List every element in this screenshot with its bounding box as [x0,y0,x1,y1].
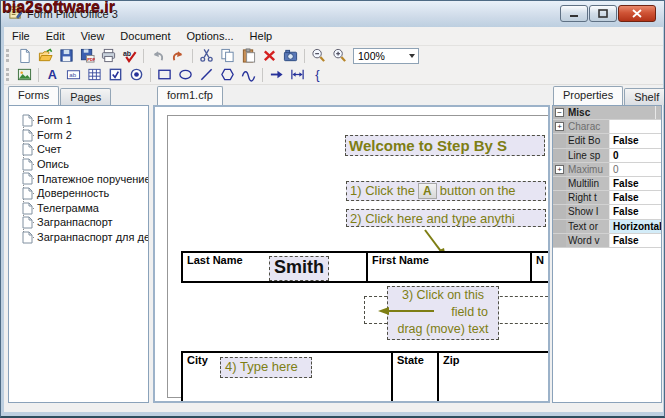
property-value[interactable]: 0 [610,163,661,176]
expand-icon[interactable]: + [555,165,564,174]
menu-file[interactable]: File [4,28,38,44]
insert-checkbox-icon[interactable] [105,66,126,84]
collapse-icon[interactable]: − [555,108,564,117]
instruction-step2[interactable]: 2) Click here and type anythi [346,209,546,227]
open-icon[interactable] [35,47,56,65]
property-value[interactable]: 0 [610,149,661,162]
instruction-step4[interactable]: 4) Type here [220,357,312,378]
toolbar-grip[interactable] [6,68,11,81]
property-row-characters[interactable]: + Charac [553,120,661,134]
city-cell[interactable]: City 4) Type here [183,353,393,401]
spell-check-icon[interactable]: ab [119,47,140,65]
redo-icon[interactable] [168,47,189,65]
step3-line1: 3) Click on this [388,287,498,304]
zip-cell[interactable]: Zip [439,353,550,401]
tree-item-platezhnoe[interactable]: Платежное поручение [13,171,148,186]
insert-table-icon[interactable] [84,66,105,84]
zoom-in-icon[interactable] [329,47,350,65]
middle-name-cell[interactable]: N [532,253,550,281]
draw-line-icon[interactable] [196,66,217,84]
menu-view[interactable]: View [73,28,113,44]
tree-item-zagranpasport-deti[interactable]: Загранпаспорт для де [13,230,148,245]
draw-curve-icon[interactable] [238,66,259,84]
new-document-icon[interactable] [14,47,35,65]
forms-tree: Form 1 Form 2 Счет Опись Платежное поруч… [9,106,148,244]
tab-forms[interactable]: Forms [8,86,59,105]
menu-help[interactable]: Help [242,28,281,44]
property-value[interactable]: False [610,191,661,204]
svg-text:A: A [48,68,57,82]
property-row-show[interactable]: Show I False [553,205,661,219]
cut-icon[interactable] [196,47,217,65]
toolbar-separator [192,49,193,63]
draw-brace-icon[interactable]: { [308,66,329,84]
zoom-level-value: 100% [358,50,385,62]
property-row-multiline[interactable]: Multilin False [553,177,661,191]
property-row-wordwrap[interactable]: Word v False [553,234,661,248]
property-row-linespacing[interactable]: Line sp 0 [553,149,661,163]
undo-icon[interactable] [147,47,168,65]
instruction-step1[interactable]: 1) Click theAbutton on the [346,181,546,201]
property-value[interactable] [610,120,661,133]
draw-polygon-icon[interactable] [217,66,238,84]
save-icon[interactable] [56,47,77,65]
zip-label: Zip [443,354,460,366]
property-row-textorientation[interactable]: Text or Horizontal [553,220,661,234]
menu-options[interactable]: Options... [179,28,242,44]
property-group-misc[interactable]: − Misc [553,106,661,120]
property-value[interactable]: False [610,134,661,147]
tree-item-telegramma[interactable]: Телеграмма [13,201,148,216]
property-value[interactable]: False [610,177,661,190]
state-cell[interactable]: State [393,353,439,401]
tab-form1-cfp[interactable]: form1.cfp [157,86,223,105]
tree-item-schet[interactable]: Счет [13,142,148,157]
tree-item-zagranpasport[interactable]: Загранпаспорт [13,215,148,230]
zoom-level-dropdown[interactable]: 100% [353,48,419,64]
last-name-cell[interactable]: Last Name Smith [183,253,368,281]
tree-item-opis[interactable]: Опись [13,157,148,172]
property-row-editbox[interactable]: Edit Bo False [553,134,661,148]
snapshot-icon[interactable] [280,47,301,65]
tab-properties[interactable]: Properties [553,86,623,105]
save-as-pdf-icon[interactable]: PDF [77,47,98,65]
copy-icon[interactable] [217,47,238,65]
app-window: Form Pilot Office 3 bia2software.ir File… [0,0,665,418]
delete-icon[interactable] [259,47,280,65]
last-name-value-field[interactable]: Smith [269,256,329,281]
draw-arrow-icon[interactable] [266,66,287,84]
tab-pages[interactable]: Pages [60,88,111,105]
draw-ellipse-icon[interactable] [175,66,196,84]
paste-icon[interactable] [238,47,259,65]
zoom-out-icon[interactable] [308,47,329,65]
insert-radio-button-icon[interactable] [126,66,147,84]
toolbar-grip[interactable] [6,49,11,62]
draw-dimension-icon[interactable] [287,66,308,84]
tree-item-form1[interactable]: Form 1 [13,113,148,128]
document-canvas[interactable]: Welcome to Step By S 1) Click theAbutton… [153,105,550,403]
insert-text-field-icon[interactable]: ab [63,66,84,84]
maximize-button[interactable] [589,5,617,22]
property-value[interactable]: False [610,234,661,247]
print-icon[interactable] [98,47,119,65]
form-page[interactable]: Welcome to Step By S 1) Click theAbutton… [167,115,550,398]
expand-icon[interactable]: + [555,122,564,131]
draw-rectangle-icon[interactable] [154,66,175,84]
property-value[interactable]: Horizontal [610,220,661,233]
tree-item-form2[interactable]: Form 2 [13,128,148,143]
property-value[interactable]: False [610,205,661,218]
drawing-toolbar: A ab { [4,65,663,85]
insert-image-icon[interactable] [14,66,35,84]
tab-shelf[interactable]: Shelf [624,88,665,105]
menu-edit[interactable]: Edit [38,28,73,44]
menu-document[interactable]: Document [112,28,178,44]
tree-item-doverennost[interactable]: Доверенность [13,186,148,201]
minimize-button[interactable] [560,5,588,22]
last-name-label: Last Name [187,254,243,266]
tree-item-label: Опись [37,158,69,170]
property-row-righttoleft[interactable]: Right t False [553,191,661,205]
welcome-heading[interactable]: Welcome to Step By S [345,135,545,156]
first-name-cell[interactable]: First Name [368,253,532,281]
property-row-maximum[interactable]: + Maximu 0 [553,163,661,177]
close-button[interactable] [618,5,656,22]
insert-text-icon[interactable]: A [42,66,63,84]
